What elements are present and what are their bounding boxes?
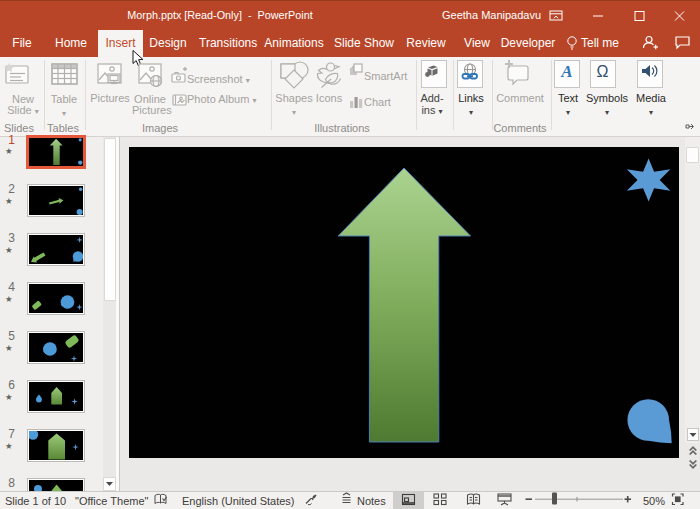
svg-text:A: A [560, 62, 572, 81]
svg-text:Ω: Ω [597, 63, 609, 80]
